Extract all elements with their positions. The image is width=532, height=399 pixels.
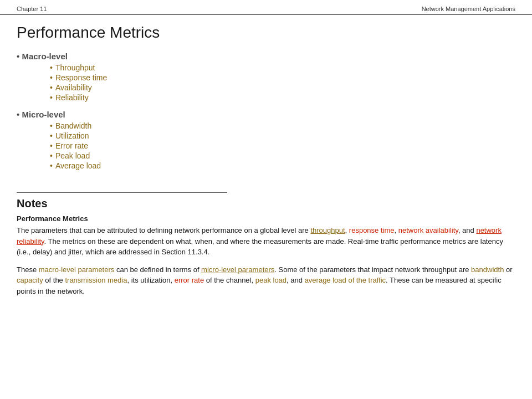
notes-p2-middle1: can be defined in terms of xyxy=(114,265,201,274)
macro-label: • Macro-level xyxy=(17,52,515,61)
bullet-dot: • xyxy=(50,131,53,140)
item-reliability: Reliability xyxy=(55,93,89,102)
item-utilization: Utilization xyxy=(55,131,89,140)
notes-capacity: capacity xyxy=(17,276,43,284)
notes-of-channel: of the channel, xyxy=(204,276,255,284)
item-throughput: Throughput xyxy=(55,63,95,72)
notes-comma2: , xyxy=(395,226,398,234)
header-title: Network Management Applications xyxy=(422,6,515,12)
page: Chapter 11 Network Management Applicatio… xyxy=(0,0,532,399)
header: Chapter 11 Network Management Applicatio… xyxy=(0,0,532,15)
list-item: • Error rate xyxy=(50,141,515,150)
notes-error-rate: error rate xyxy=(175,276,204,284)
notes-paragraph-1: The parameters that can be attributed to… xyxy=(17,225,515,258)
notes-response-time: response time xyxy=(349,226,395,234)
list-item: • Average load xyxy=(50,161,515,170)
micro-label: • Micro-level xyxy=(17,110,515,119)
bullet-dot: • xyxy=(50,161,53,170)
notes-or: or xyxy=(504,265,512,274)
notes-p2-middle2: . Some of the parameters that impact net… xyxy=(274,265,471,274)
list-item: • Utilization xyxy=(50,131,515,140)
item-availability: Availability xyxy=(55,83,92,92)
notes-section: Performance Metrics The parameters that … xyxy=(0,214,532,296)
bullet-dot: • xyxy=(50,93,53,102)
notes-avg-load: average load of the traffic xyxy=(305,276,386,284)
notes-comma1: , xyxy=(345,226,349,234)
list-item: • Throughput xyxy=(50,63,515,72)
notes-network-availability: network availability xyxy=(398,226,458,234)
section-divider xyxy=(17,192,227,193)
item-error-rate: Error rate xyxy=(55,141,88,150)
notes-label: Notes xyxy=(0,197,532,214)
notes-transmission-media: transmission media xyxy=(65,276,127,284)
notes-macro-level: macro-level parameters xyxy=(39,265,115,274)
list-item: • Peak load xyxy=(50,151,515,160)
notes-throughput: throughput xyxy=(310,226,345,234)
bullet-dot: • xyxy=(50,83,53,92)
notes-micro-level: micro-level parameters xyxy=(201,265,274,274)
bullet-dot: • xyxy=(50,63,53,72)
bullet-dot: • xyxy=(50,141,53,150)
notes-p2-before: These xyxy=(17,265,39,274)
notes-p2-after1: , its utilization, xyxy=(127,276,174,284)
item-response-time: Response time xyxy=(55,73,107,82)
list-item: • Availability xyxy=(50,83,515,92)
bullet-dot: • xyxy=(50,121,53,130)
notes-p1-before: The parameters that can be attributed to… xyxy=(17,226,310,234)
notes-bandwidth: bandwidth xyxy=(471,265,504,274)
notes-and-avg: , and xyxy=(287,276,305,284)
notes-of: of the xyxy=(43,276,65,284)
macro-section: • Macro-level • Throughput • Response ti… xyxy=(17,52,515,102)
notes-paragraph-2: These macro-level parameters can be defi… xyxy=(17,264,515,297)
list-item: • Bandwidth xyxy=(50,121,515,130)
macro-bullet-list: • Throughput • Response time • Availabil… xyxy=(50,63,515,102)
list-item: • Response time xyxy=(50,73,515,82)
bullet-dot: • xyxy=(50,151,53,160)
page-title: Performance Metrics xyxy=(17,24,515,42)
notes-peak-load: peak load xyxy=(255,276,287,284)
item-peak-load: Peak load xyxy=(55,151,90,160)
main-content: Performance Metrics • Macro-level • Thro… xyxy=(0,15,532,187)
bullet-dot: • xyxy=(50,73,53,82)
micro-bullet-list: • Bandwidth • Utilization • Error rate •… xyxy=(50,121,515,170)
item-average-load: Average load xyxy=(55,161,101,170)
notes-subtitle: Performance Metrics xyxy=(17,214,515,223)
notes-and: , and xyxy=(458,226,477,234)
notes-p1-after: . The metrics on these are dependent on … xyxy=(17,237,503,257)
list-item: • Reliability xyxy=(50,93,515,102)
micro-section: • Micro-level • Bandwidth • Utilization … xyxy=(17,110,515,170)
item-bandwidth: Bandwidth xyxy=(55,121,91,130)
chapter-label: Chapter 11 xyxy=(17,6,47,12)
